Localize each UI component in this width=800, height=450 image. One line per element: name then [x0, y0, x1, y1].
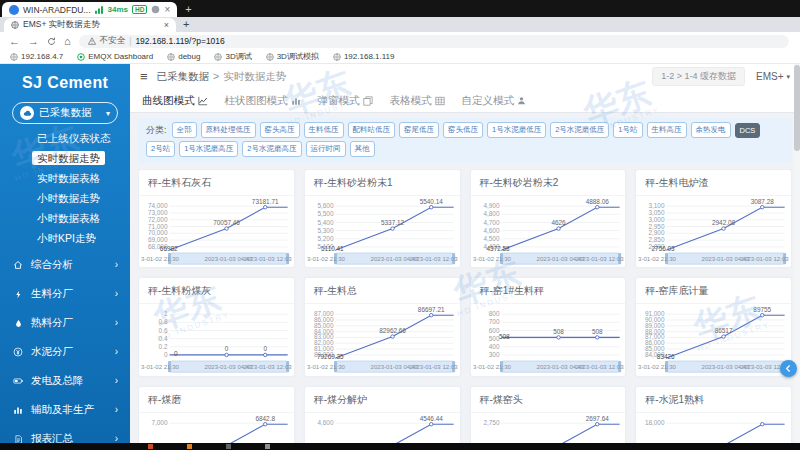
bookmark-item[interactable]: 3D调试: [214, 51, 251, 62]
filter-button[interactable]: 2号水泥磨低压: [550, 122, 609, 138]
sidebar-subitem[interactable]: 小时KPI走势: [0, 229, 130, 249]
chart-card: 秤-生料粉煤灰 10.80.60.40.200003-01-02 21:3020…: [138, 277, 295, 376]
security-label[interactable]: 不安全: [100, 35, 126, 47]
filter-button[interactable]: 窑尾低压: [399, 122, 439, 138]
filter-button[interactable]: 原料处理低压: [201, 122, 256, 138]
browser-tab[interactable]: EMS+ 实时数据走势 ×: [4, 18, 176, 32]
mode-tab[interactable]: 自定义模式: [462, 94, 527, 108]
mode-tab[interactable]: 曲线图模式: [142, 94, 208, 108]
svg-text:400: 400: [488, 343, 499, 350]
user-menu[interactable]: EMS+▾: [756, 71, 790, 82]
filter-button[interactable]: 1号水泥磨低压: [487, 122, 546, 138]
new-session-plus-icon[interactable]: +: [185, 4, 191, 15]
svg-text:3-01-02 21:30: 3-01-02 21:30: [307, 255, 346, 262]
page-scrollbar[interactable]: [794, 64, 800, 443]
remote-session-tab[interactable]: WIN-ARADFDU... 34ms HD ×: [2, 2, 177, 17]
hd-quality-badge[interactable]: HD: [132, 5, 147, 14]
sidebar-subitem[interactable]: 小时数据走势: [0, 189, 130, 209]
mode-tab[interactable]: 柱状图图模式: [225, 94, 301, 108]
breadcrumb-root[interactable]: 已采集数据: [157, 70, 210, 82]
sidebar-subitem[interactable]: 实时数据走势: [0, 149, 130, 169]
line-chart[interactable]: 4,6004546.443-01-02 21:302023-01-03 04:4…: [305, 413, 460, 443]
sidebar-item[interactable]: 辅助及非生产 ›: [0, 397, 130, 423]
line-chart[interactable]: 3,1003,0503,0002,9502,9002,8502,8002942.…: [636, 196, 791, 267]
bookmark-item[interactable]: 3D调试模拟: [266, 51, 319, 62]
filter-button[interactable]: 全部: [172, 122, 197, 138]
close-session-icon[interactable]: ×: [164, 5, 170, 15]
sidebar-item[interactable]: 报表汇总 ›: [0, 426, 130, 443]
cache-data-button[interactable]: 1-2 > 1-4 缓存数据: [652, 67, 745, 86]
bookmark-item[interactable]: 192.168.1.119: [333, 52, 395, 61]
taskbar-icon[interactable]: [265, 444, 270, 449]
filter-button[interactable]: 2号站: [146, 141, 175, 157]
breadcrumb-current: 实时数据走势: [223, 70, 286, 82]
filter-button[interactable]: 其他: [350, 141, 375, 157]
mode-tab[interactable]: 表格模式: [390, 94, 445, 108]
url-text[interactable]: 192.168.1.119/?p=1016: [135, 36, 224, 46]
svg-text:2023-01-03 12:03: 2023-01-03 12:03: [244, 363, 293, 370]
sidebar-item[interactable]: 生料分厂 ›: [0, 281, 130, 307]
home-icon[interactable]: ⌂: [64, 36, 71, 47]
bookmark-item[interactable]: debug: [167, 52, 200, 61]
svg-text:86517: 86517: [715, 327, 733, 334]
close-tab-icon[interactable]: ×: [164, 21, 169, 30]
collapse-panel-button[interactable]: [780, 360, 797, 377]
sidebar-item-label: 水泥分厂: [31, 345, 73, 359]
filter-button[interactable]: 生料低压: [304, 122, 344, 138]
filter-button[interactable]: 1号站: [613, 122, 642, 138]
chevron-right-icon: ›: [115, 260, 118, 270]
filter-button[interactable]: 配料站低压: [348, 122, 396, 138]
line-chart[interactable]: 5,6005,5005,4005,3005,2005,1005337.12554…: [305, 196, 460, 267]
sidebar-group-collected-data[interactable]: 已采集数据 ▾: [12, 102, 118, 124]
line-chart[interactable]: 91,00090,00089,00088,00087,00086,00085,0…: [636, 304, 791, 375]
bookmark-item[interactable]: EMQX Dashboard: [77, 52, 153, 61]
hamburger-menu-icon[interactable]: ≡: [140, 70, 148, 83]
sidebar-subitem[interactable]: 已上线仪表状态: [0, 129, 130, 149]
url-field[interactable]: 不安全 | 192.168.1.119/?p=1016: [79, 35, 789, 48]
filter-button[interactable]: 生料高压: [647, 122, 687, 138]
svg-text:4888.06: 4888.06: [585, 198, 609, 205]
filter-button[interactable]: 窑头低压: [443, 122, 483, 138]
filter-button[interactable]: 1号水泥磨高压: [179, 141, 238, 157]
globe-icon[interactable]: [151, 5, 160, 14]
taskbar-icon[interactable]: [187, 444, 192, 449]
scrollbar-thumb[interactable]: [794, 65, 800, 151]
sidebar-subitem[interactable]: 实时数据表格: [0, 169, 130, 189]
refresh-icon[interactable]: [47, 37, 56, 46]
sidebar-subitem[interactable]: 小时数据表格: [0, 209, 130, 229]
bookmarks-bar: 192.168.4.7 EMQX Dashboard debug 3D调试 3D…: [0, 50, 800, 64]
forward-icon[interactable]: →: [28, 36, 39, 47]
new-tab-plus-icon[interactable]: +: [183, 19, 189, 30]
url-divider: |: [129, 36, 131, 46]
svg-text:508: 508: [553, 328, 564, 335]
svg-text:800: 800: [488, 310, 499, 317]
filter-button[interactable]: 窑头高压: [260, 122, 300, 138]
sidebar-menu: 综合分析 › 生料分厂 › 熟料分厂 › 水泥分厂 › 发电及总降 › 辅助及非…: [0, 252, 130, 443]
line-chart[interactable]: 74,00073,00072,00071,00070,00069,00068,0…: [139, 196, 294, 267]
sidebar-item[interactable]: 综合分析 ›: [0, 252, 130, 278]
filter-button[interactable]: 余热发电: [691, 122, 731, 138]
line-chart[interactable]: 87,00086,00085,00084,00083,00082,00081,0…: [305, 304, 460, 375]
sidebar-item[interactable]: 发电及总降 ›: [0, 368, 130, 394]
filter-button[interactable]: 运行时间: [306, 141, 346, 157]
sidebar-item[interactable]: 熟料分厂 ›: [0, 310, 130, 336]
back-icon[interactable]: ←: [9, 36, 20, 47]
line-chart[interactable]: 8007006005004003005085085083-01-02 21:30…: [471, 304, 626, 375]
taskbar-icon[interactable]: [226, 444, 231, 449]
line-chart[interactable]: 7,0006842.83-01-02 21:302023-01-03 04:47…: [139, 413, 294, 443]
filter-button[interactable]: DCS: [735, 123, 761, 138]
filter-button[interactable]: 2号水泥磨高压: [242, 141, 301, 157]
line-chart[interactable]: 4,9004,8004,7004,6004,5004,40046264888.0…: [471, 196, 626, 267]
sidebar-item-label: 熟料分厂: [31, 316, 73, 330]
taskbar-icon[interactable]: [148, 444, 153, 449]
svg-text:3087.28: 3087.28: [751, 198, 775, 205]
svg-text:4546.44: 4546.44: [419, 414, 443, 421]
line-chart[interactable]: 2,7502697.643-01-02 21:302023-01-03 04:4…: [471, 413, 626, 443]
bookmark-item[interactable]: 192.168.4.7: [10, 52, 63, 61]
line-chart[interactable]: 18,0003-01-02 21:302023-01-03 04:472023-…: [636, 413, 791, 443]
sidebar-item[interactable]: 水泥分厂 ›: [0, 339, 130, 365]
chart-title: 秤-生料砂岩粉末1: [305, 170, 460, 196]
mode-tab[interactable]: 弹窗模式: [318, 94, 373, 108]
line-chart[interactable]: 10.80.60.40.200003-01-02 21:302023-01-03…: [139, 304, 294, 375]
bookmark-label: EMQX Dashboard: [88, 52, 153, 61]
